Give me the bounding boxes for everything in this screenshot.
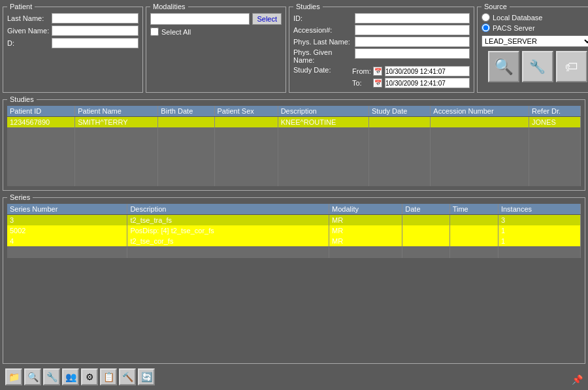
last-name-input[interactable] — [52, 13, 139, 24]
server-select[interactable]: LEAD_SERVER — [482, 35, 588, 47]
empty-cell — [368, 127, 430, 139]
toolbar-button-1[interactable]: 📁 — [5, 368, 22, 385]
cell-accession-number — [431, 117, 529, 128]
cell-date — [402, 225, 449, 236]
wrench-icon: 🔧 — [46, 372, 57, 382]
cell-date — [402, 215, 449, 226]
refresh-icon: 🔄 — [141, 372, 152, 382]
series-table: Series Number Description Modality Date … — [7, 204, 581, 258]
table-row[interactable]: 4 t2_tse_cor_fs MR 1 — [7, 236, 581, 246]
select-all-checkbox[interactable] — [150, 27, 159, 36]
cell-instances: 1 — [498, 225, 580, 236]
cell-time — [449, 236, 498, 246]
accession-input[interactable] — [355, 25, 470, 35]
table-row[interactable]: 1234567890 SMITH^TERRY KNEE^ROUTINE JONE… — [7, 117, 581, 128]
empty-cell — [431, 163, 529, 174]
table-row[interactable]: 5002 PosDisp: [4] t2_tse_cor_fs MR 1 — [7, 225, 581, 236]
hammer-icon: 🔨 — [122, 372, 133, 382]
toolbar-button-6[interactable]: 📋 — [100, 368, 117, 385]
cell-series-number: 4 — [7, 236, 127, 246]
empty-cell — [529, 174, 581, 186]
users-icon: 👥 — [65, 372, 76, 382]
empty-cell — [158, 174, 214, 186]
select-all-label: Select All — [161, 28, 191, 36]
id-search-input[interactable] — [355, 13, 470, 24]
series-legend: Series — [7, 193, 33, 201]
col-description: Description — [278, 106, 368, 117]
col-refer-dr: Refer Dr. — [529, 106, 581, 117]
search-icon: 🔍 — [27, 372, 39, 382]
top-section: Patient Last Name: Given Name: D: Modali… — [3, 3, 585, 93]
local-db-row: Local Database — [482, 13, 588, 22]
given-name-input[interactable] — [52, 25, 139, 36]
cell-series-desc: t2_tse_cor_fs — [127, 236, 329, 246]
to-date-input[interactable] — [385, 78, 470, 88]
col-patient-id: Patient ID — [7, 106, 75, 117]
empty-cell — [7, 174, 75, 186]
cell-study-date — [368, 117, 430, 128]
to-calendar-icon[interactable]: 📅 — [373, 78, 382, 88]
local-db-label: Local Database — [493, 14, 542, 22]
phys-last-input[interactable] — [355, 37, 470, 47]
pacs-radio[interactable] — [482, 24, 490, 32]
from-date-input[interactable] — [385, 66, 470, 76]
local-db-radio[interactable] — [482, 13, 490, 22]
bottom-toolbar: 📁 🔍 🔧 👥 ⚙ 📋 🔨 🔄 📌 — [3, 366, 585, 387]
toolbar-button-3[interactable]: 🔧 — [43, 368, 60, 385]
col-patient-sex: Patient Sex — [214, 106, 278, 117]
table-row[interactable]: 3 t2_tse_tra_fs MR 3 — [7, 215, 581, 226]
empty-row-4 — [7, 163, 581, 174]
to-label: To: — [352, 79, 370, 87]
empty-cell — [158, 163, 214, 174]
from-calendar-icon[interactable]: 📅 — [373, 67, 382, 76]
col-patient-name: Patient Name — [75, 106, 158, 117]
studies-search-panel: Studies ID: Accession#: Phys. Last Name:… — [289, 3, 474, 93]
toolbar-button-8[interactable]: 🔄 — [138, 368, 155, 385]
studies-search-legend: Studies — [293, 3, 323, 10]
empty-cell — [214, 127, 278, 139]
empty-cell — [368, 163, 430, 174]
empty-cell — [431, 151, 529, 163]
empty-cell — [214, 163, 278, 174]
phys-given-label: Phys. Given Name: — [293, 48, 352, 64]
pacs-label: PACS Server — [493, 24, 535, 32]
settings-action-button[interactable]: 🔧 — [522, 51, 553, 82]
studies-table: Patient ID Patient Name Birth Date Patie… — [7, 106, 581, 186]
series-panel: Series Series Number Description Modalit… — [3, 193, 585, 364]
empty-cell — [529, 139, 581, 151]
empty-cell — [431, 139, 529, 151]
studies-header-row: Patient ID Patient Name Birth Date Patie… — [7, 106, 581, 117]
select-button[interactable]: Select — [252, 13, 282, 25]
search-action-button[interactable]: 🔍 — [488, 51, 519, 82]
folder-icon: 📁 — [8, 372, 20, 382]
toolbar-button-7[interactable]: 🔨 — [119, 368, 136, 385]
patient-legend: Patient — [7, 3, 35, 10]
empty-cell — [158, 151, 214, 163]
study-date-label: Study Date: — [293, 66, 352, 74]
to-date-row: To: 📅 — [352, 78, 470, 88]
empty-cell — [7, 139, 75, 151]
search-action-icon: 🔍 — [494, 57, 514, 76]
empty-row-3 — [7, 151, 581, 163]
patient-id-input[interactable] — [52, 38, 139, 48]
toolbar-button-4[interactable]: 👥 — [62, 368, 79, 385]
clipboard-icon: 📋 — [103, 372, 114, 382]
pin-icon[interactable]: 📌 — [572, 374, 583, 385]
pacs-row: PACS Server — [482, 24, 588, 32]
phys-last-label: Phys. Last Name: — [293, 37, 352, 47]
toolbar-button-5[interactable]: ⚙ — [81, 368, 98, 385]
phys-given-input[interactable] — [355, 48, 470, 59]
empty-cell — [7, 163, 75, 174]
col-series-desc: Description — [127, 204, 329, 215]
cell-series-desc: PosDisp: [4] t2_tse_cor_fs — [127, 225, 329, 236]
empty-cell — [368, 151, 430, 163]
accession-label: Accession#: — [293, 25, 352, 35]
modalities-input[interactable] — [150, 13, 250, 25]
cell-patient-name: SMITH^TERRY — [75, 117, 158, 128]
patient-id-label: D: — [7, 39, 52, 47]
cell-patient-sex — [214, 117, 278, 128]
col-birth-date: Birth Date — [158, 106, 214, 117]
empty-cell — [529, 127, 581, 139]
toolbar-button-2[interactable]: 🔍 — [24, 368, 41, 385]
tag-action-button[interactable]: 🏷 — [556, 51, 587, 82]
